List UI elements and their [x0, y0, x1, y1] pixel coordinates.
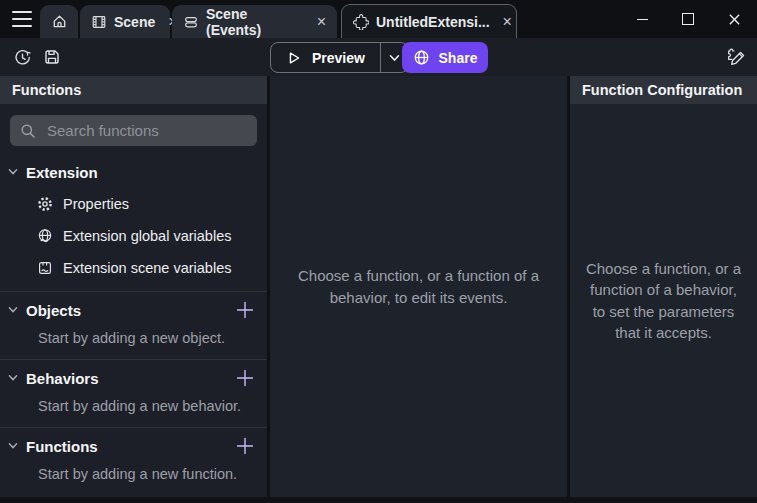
function-configuration-title: Function Configuration	[570, 76, 757, 104]
maximize-button[interactable]	[665, 0, 711, 38]
behaviors-empty-text: Start by adding a new behavior.	[38, 398, 255, 414]
chevron-down-icon	[8, 168, 20, 176]
functions-empty-text: Start by adding a new function.	[38, 466, 255, 482]
window-controls	[619, 0, 757, 38]
tab-home[interactable]	[40, 5, 78, 38]
maximize-icon	[682, 13, 694, 25]
tree-item-properties[interactable]: Properties	[36, 194, 267, 214]
tab-label: Scene	[114, 14, 155, 30]
tree-item-global-variables[interactable]: Extension global variables	[36, 226, 267, 246]
divider	[0, 359, 267, 360]
events-sheet-icon	[183, 14, 199, 30]
chevron-down-icon	[389, 54, 400, 62]
functions-panel: Functions Extension Properties	[0, 76, 267, 497]
section-title: Behaviors	[26, 370, 99, 387]
configuration-empty-text: Choose a function, or a function of a be…	[582, 258, 745, 343]
extension-icon	[353, 14, 369, 30]
share-button[interactable]: Share	[402, 42, 488, 73]
search-functions-input[interactable]	[45, 121, 247, 140]
minimize-icon	[637, 19, 648, 20]
preview-button[interactable]: Preview	[271, 43, 380, 72]
section-title: Objects	[26, 302, 81, 319]
section-extension[interactable]: Extension	[0, 162, 267, 182]
toolbar: Preview Share	[0, 38, 757, 76]
section-title: Extension	[26, 164, 98, 181]
events-editor-panel: Choose a function, or a function of a be…	[270, 76, 567, 497]
section-objects[interactable]: Objects	[0, 300, 267, 320]
share-label: Share	[439, 50, 478, 66]
tree-item-label: Extension global variables	[63, 228, 231, 244]
tab-label: Scene (Events)	[206, 6, 304, 38]
chevron-down-icon	[8, 374, 20, 382]
history-icon[interactable]	[12, 47, 32, 67]
search-icon	[20, 123, 36, 139]
add-object-button[interactable]	[235, 300, 255, 320]
events-empty-text: Choose a function, or a function of a be…	[270, 265, 567, 308]
save-icon[interactable]	[42, 47, 62, 67]
section-functions[interactable]: Functions	[0, 436, 267, 456]
close-icon	[728, 13, 741, 26]
scene-variable-icon	[36, 260, 54, 276]
globe-icon	[413, 49, 430, 66]
objects-empty-text: Start by adding a new object.	[38, 330, 255, 346]
tab-label: UntitledExtensi...	[376, 14, 490, 30]
play-icon	[286, 50, 302, 66]
gdevelop-window: Scene × Scene (Events) × UntitledExtensi…	[0, 0, 757, 503]
tab-bar: Scene × Scene (Events) × UntitledExtensi…	[0, 0, 757, 38]
divider	[0, 291, 267, 292]
tab-untitled-extension[interactable]: UntitledExtensi... ×	[341, 4, 517, 38]
home-icon	[51, 13, 68, 30]
search-functions-box[interactable]	[10, 115, 257, 146]
chevron-down-icon	[8, 306, 20, 314]
add-function-button[interactable]	[235, 436, 255, 456]
tree-item-label: Extension scene variables	[63, 260, 231, 276]
close-tab-icon[interactable]: ×	[311, 14, 326, 30]
functions-panel-title: Functions	[0, 76, 267, 104]
main-menu-icon[interactable]	[12, 11, 32, 27]
chevron-down-icon	[8, 442, 20, 450]
minimize-button[interactable]	[619, 0, 665, 38]
tree-item-label: Properties	[63, 196, 129, 212]
tab-scene[interactable]: Scene ×	[80, 5, 170, 38]
globe-variable-icon	[36, 228, 54, 244]
film-icon	[91, 14, 107, 30]
gear-icon	[36, 196, 54, 212]
add-behavior-button[interactable]	[235, 368, 255, 388]
edit-extension-icon[interactable]	[724, 45, 748, 69]
tree-item-scene-variables[interactable]: Extension scene variables	[36, 258, 267, 278]
section-behaviors[interactable]: Behaviors	[0, 368, 267, 388]
section-title: Functions	[26, 438, 98, 455]
close-tab-icon[interactable]: ×	[497, 14, 512, 30]
divider	[0, 427, 267, 428]
tab-scene-events[interactable]: Scene (Events) ×	[172, 5, 337, 38]
preview-label: Preview	[312, 50, 365, 66]
close-window-button[interactable]	[711, 0, 757, 38]
function-configuration-panel: Function Configuration Choose a function…	[570, 76, 757, 497]
preview-split-button: Preview	[270, 42, 409, 73]
